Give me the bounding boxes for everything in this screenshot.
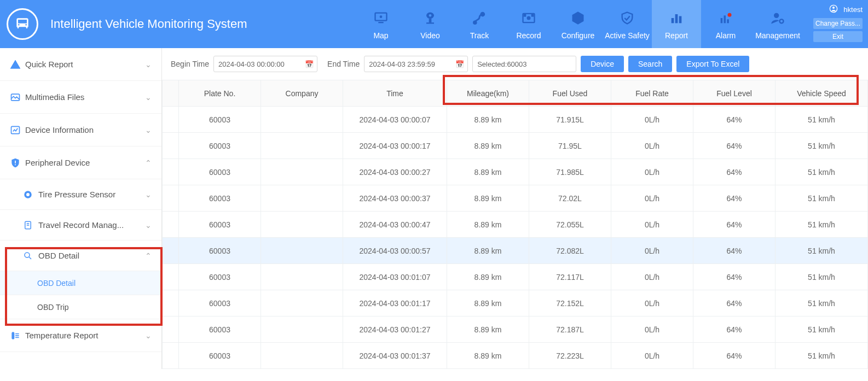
table-cell: 0L/h bbox=[611, 343, 693, 369]
table-cell: 0L/h bbox=[611, 159, 693, 185]
nav-active-safety[interactable]: Active Safety bbox=[603, 0, 652, 48]
nav-map[interactable]: Map bbox=[356, 0, 406, 48]
table-cell: 2024-04-03 00:00:47 bbox=[343, 212, 447, 238]
logo-area: Intelligent Vehicle Monitoring System bbox=[0, 8, 328, 40]
export-button[interactable]: Export To Excel bbox=[676, 56, 749, 72]
svg-rect-17 bbox=[724, 15, 726, 23]
nav-management[interactable]: Management bbox=[750, 0, 805, 48]
sidebar: Quick Report ⌄ Multimedia Files ⌄ Device… bbox=[0, 48, 162, 369]
table-cell: 64% bbox=[693, 185, 776, 212]
nav-video[interactable]: Video bbox=[406, 0, 455, 48]
shield-icon bbox=[619, 8, 635, 28]
table-row[interactable]: 600032024-04-03 00:00:278.89 km71.985L0L… bbox=[163, 159, 868, 185]
sidebar-multimedia[interactable]: Multimedia Files ⌄ bbox=[0, 81, 161, 114]
chevron-down-icon: ⌄ bbox=[145, 221, 152, 230]
sidebar-peripheral[interactable]: Peripheral Device ⌃ bbox=[0, 146, 161, 179]
svg-rect-18 bbox=[727, 19, 729, 23]
table-cell: 2024-04-03 00:00:37 bbox=[343, 185, 447, 212]
nav-report[interactable]: Report bbox=[652, 0, 701, 48]
svg-point-20 bbox=[774, 13, 779, 18]
table-cell: 72.055L bbox=[529, 212, 611, 238]
film-icon bbox=[520, 8, 537, 28]
table-cell: 51 km/h bbox=[776, 212, 868, 238]
svg-rect-34 bbox=[15, 335, 19, 336]
table-cell bbox=[163, 185, 179, 212]
table-row[interactable]: 600032024-04-03 00:00:578.89 km72.082L0L… bbox=[163, 238, 868, 264]
svg-rect-33 bbox=[15, 333, 19, 334]
nav-alarm[interactable]: Alarm bbox=[701, 0, 750, 48]
sidebar-temperature[interactable]: Temperature Report ⌄ bbox=[0, 319, 161, 352]
table-cell: 0L/h bbox=[611, 185, 693, 212]
chevron-up-icon: ⌃ bbox=[145, 251, 152, 260]
table-cell bbox=[163, 238, 179, 264]
table-row[interactable]: 600032024-04-03 00:01:078.89 km72.117L0L… bbox=[163, 264, 868, 290]
svg-rect-26 bbox=[15, 160, 16, 163]
table-row[interactable]: 600032024-04-03 00:01:378.89 km72.223L0L… bbox=[163, 343, 868, 369]
table-row[interactable]: 600032024-04-03 00:01:178.89 km72.152L0L… bbox=[163, 290, 868, 316]
table-row[interactable]: 600032024-04-03 00:00:478.89 km72.055L0L… bbox=[163, 212, 868, 238]
exit-button[interactable]: Exit bbox=[813, 31, 863, 42]
table-cell: 51 km/h bbox=[776, 238, 868, 264]
table-cell: 60003 bbox=[179, 212, 261, 238]
table-row[interactable]: 600032024-04-03 00:01:278.89 km72.187L0L… bbox=[163, 316, 868, 343]
nav-configure[interactable]: Configure bbox=[553, 0, 603, 48]
table-cell: 64% bbox=[693, 107, 776, 133]
table-cell: 2024-04-03 00:00:57 bbox=[343, 238, 447, 264]
user-gear-icon bbox=[769, 8, 786, 28]
table-cell: 8.89 km bbox=[447, 185, 529, 212]
table-cell: 51 km/h bbox=[776, 343, 868, 369]
table-cell: 64% bbox=[693, 264, 776, 290]
table-cell: 64% bbox=[693, 238, 776, 264]
table-cell bbox=[261, 185, 343, 212]
table-cell: 8.89 km bbox=[447, 290, 529, 316]
table-cell: 0L/h bbox=[611, 133, 693, 159]
table-cell: 8.89 km bbox=[447, 107, 529, 133]
calendar-icon: 📅 bbox=[305, 60, 314, 68]
search-button[interactable]: Search bbox=[628, 56, 672, 72]
sidebar-device-info[interactable]: Device Information ⌄ bbox=[0, 114, 161, 146]
table-cell bbox=[261, 316, 343, 343]
thermometer-icon bbox=[10, 330, 25, 341]
svg-rect-16 bbox=[721, 18, 723, 23]
chevron-down-icon: ⌄ bbox=[145, 331, 152, 340]
table-cell bbox=[163, 290, 179, 316]
device-button[interactable]: Device bbox=[581, 56, 624, 72]
sidebar-tire-pressure[interactable]: Tire Pressure Sensor ⌄ bbox=[0, 179, 161, 210]
svg-point-7 bbox=[474, 21, 477, 24]
table-cell: 71.95L bbox=[529, 133, 611, 159]
table-cell: 0L/h bbox=[611, 290, 693, 316]
table-cell bbox=[261, 159, 343, 185]
route-icon bbox=[471, 8, 488, 28]
indicator-icon bbox=[23, 190, 38, 200]
table-cell: 51 km/h bbox=[776, 290, 868, 316]
nav-track[interactable]: Track bbox=[455, 0, 504, 48]
data-table: Plate No. Company Time Mileage(km) Fuel … bbox=[162, 80, 868, 369]
svg-point-21 bbox=[780, 19, 784, 23]
nav-record[interactable]: Record bbox=[504, 0, 553, 48]
device-select[interactable] bbox=[472, 56, 576, 72]
table-row[interactable]: 600032024-04-03 00:00:078.89 km71.915L0L… bbox=[163, 107, 868, 133]
change-password-button[interactable]: Change Pass... bbox=[813, 18, 863, 29]
table-row[interactable]: 600032024-04-03 00:00:178.89 km71.95L0L/… bbox=[163, 133, 868, 159]
sidebar-obd-trip[interactable]: OBD Trip bbox=[0, 295, 161, 319]
svg-rect-14 bbox=[675, 14, 678, 23]
table-cell: 0L/h bbox=[611, 107, 693, 133]
sidebar-obd-detail-parent[interactable]: OBD Detail ⌃ bbox=[0, 241, 161, 271]
svg-point-10 bbox=[528, 17, 530, 20]
chevron-up-icon: ⌃ bbox=[145, 159, 152, 167]
box-icon bbox=[570, 8, 586, 28]
chevron-down-icon: ⌄ bbox=[145, 126, 152, 134]
sidebar-quick-report[interactable]: Quick Report ⌄ bbox=[0, 48, 161, 81]
table-cell: 0L/h bbox=[611, 316, 693, 343]
doc-icon bbox=[23, 220, 38, 230]
table-cell: 72.02L bbox=[529, 185, 611, 212]
end-time-input[interactable]: 2024-04-03 23:59:59 📅 bbox=[364, 56, 468, 72]
begin-time-input[interactable]: 2024-04-03 00:00:00 📅 bbox=[213, 56, 317, 72]
user-box: hktest Change Pass... Exit bbox=[805, 0, 868, 48]
sidebar-obd-detail[interactable]: OBD Detail bbox=[0, 271, 161, 295]
table-cell bbox=[261, 238, 343, 264]
svg-rect-32 bbox=[11, 332, 14, 339]
sidebar-travel-record[interactable]: Travel Record Manag... ⌄ bbox=[0, 210, 161, 241]
table-row[interactable]: 600032024-04-03 00:00:378.89 km72.02L0L/… bbox=[163, 185, 868, 212]
calendar-icon: 📅 bbox=[455, 60, 464, 68]
